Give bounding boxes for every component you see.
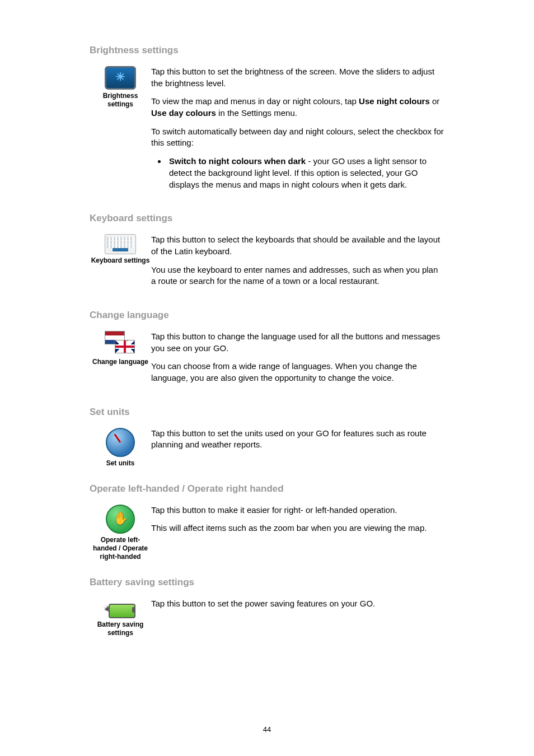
- section-title-brightness: Brightness settings: [90, 45, 444, 56]
- icon-label: Operate left-handed / Operate right-hand…: [90, 536, 151, 561]
- section-title-units: Set units: [90, 407, 444, 418]
- hand-icon: [106, 505, 135, 534]
- section-battery: 🔌 Battery saving settings Tap this butto…: [90, 598, 444, 637]
- body-text: To switch automatically between day and …: [151, 126, 444, 149]
- page-number: 44: [0, 725, 534, 734]
- section-brightness: Brightness settings Tap this button to s…: [90, 66, 444, 197]
- body-text: You use the keyboard to enter names and …: [151, 264, 444, 287]
- body-text: Tap this button to set the power saving …: [151, 598, 444, 610]
- icon-label: Set units: [90, 459, 151, 468]
- icon-label: Keyboard settings: [90, 256, 151, 265]
- section-title-language: Change language: [90, 310, 444, 321]
- section-language: Change language Tap this button to chang…: [90, 331, 444, 391]
- body-text: To view the map and menus in day or nigh…: [151, 96, 444, 119]
- icon-label: Battery saving settings: [90, 620, 151, 637]
- language-icon: [105, 331, 136, 356]
- section-title-keyboard: Keyboard settings: [90, 213, 444, 224]
- keyboard-icon: [105, 234, 136, 254]
- list-item: Switch to night colours when dark - your…: [167, 156, 444, 190]
- section-title-handed: Operate left-handed / Operate right hand…: [90, 483, 444, 494]
- compass-icon: [106, 428, 135, 457]
- body-text: Tap this button to set the units used on…: [151, 428, 444, 451]
- battery-icon: 🔌: [105, 601, 135, 618]
- body-text: Tap this button to change the language u…: [151, 331, 444, 354]
- section-handed: Operate left-handed / Operate right-hand…: [90, 505, 444, 561]
- body-text: Tap this button to set the brightness of…: [151, 66, 444, 89]
- body-text: This will affect items such as the zoom …: [151, 522, 444, 534]
- body-text: Tap this button to make it easier for ri…: [151, 505, 444, 516]
- icon-label: Change language: [90, 358, 151, 366]
- brightness-icon: [105, 66, 136, 90]
- body-text: You can choose from a wide range of lang…: [151, 361, 444, 384]
- section-title-battery: Battery saving settings: [90, 577, 444, 588]
- body-text: Tap this button to select the keyboards …: [151, 234, 444, 257]
- section-keyboard: Keyboard settings Tap this button to sel…: [90, 234, 444, 294]
- section-units: Set units Tap this button to set the uni…: [90, 428, 444, 468]
- icon-label: Brightness settings: [90, 92, 151, 109]
